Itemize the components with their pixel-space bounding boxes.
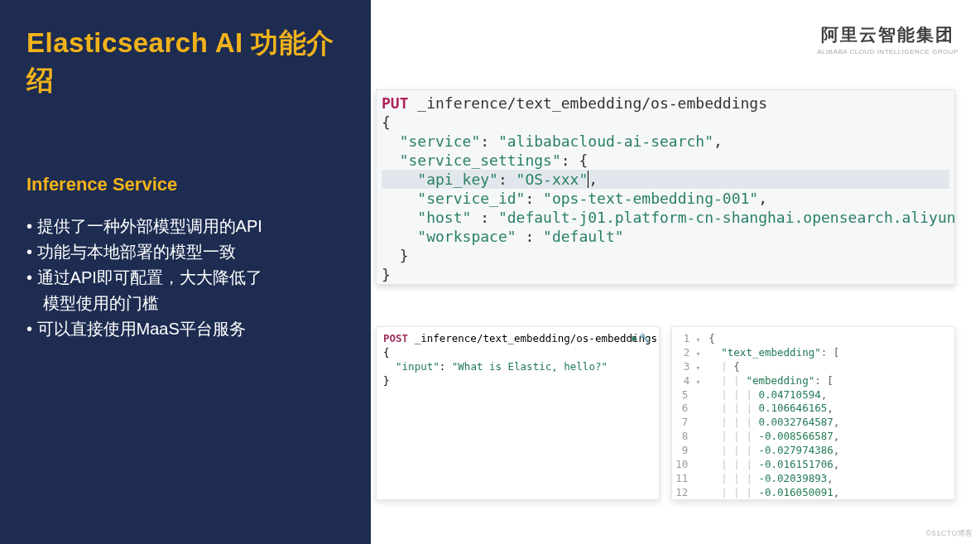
json-key: "embedding": [746, 374, 814, 387]
http-method-post: POST: [383, 332, 408, 344]
http-method-put: PUT: [382, 94, 409, 112]
brand-logo: 阿里云智能集团 ALIBABA CLOUD INTELLIGENCE GROUP: [817, 23, 958, 55]
settings-icon[interactable]: 🔧: [639, 333, 651, 345]
line-gutter: 1 ▾2 ▾3 ▾4 ▾5 6 7 8 9 10 11 12 13: [675, 332, 709, 494]
http-path: _inference/text_embedding/os-embeddings: [408, 332, 657, 344]
bullet-list: 提供了一种外部模型调用的API 功能与本地部署的模型一致 通过API即可配置，大…: [26, 214, 351, 342]
watermark: ©51CTO博客: [926, 528, 973, 539]
json-number: -0.016151706: [758, 458, 833, 470]
bullet-item-cont: 模型使用的门槛: [26, 291, 351, 316]
bullet-item: 提供了一种外部模型调用的API: [26, 214, 351, 239]
json-number: 0.106646165: [758, 402, 827, 414]
json-number: -0.027974386: [758, 444, 833, 456]
json-key: "service_settings": [400, 152, 561, 169]
bullet-item: 可以直接使用MaaS平台服务: [26, 316, 351, 342]
code-block-put-inference: PUT _inference/text_embedding/os-embeddi…: [376, 89, 955, 285]
json-string: "ops-text-embedding-001": [543, 190, 758, 207]
logo-text-cn: 阿里云智能集团: [817, 23, 958, 46]
bullet-item: 通过API即可配置，大大降低了: [26, 265, 351, 291]
json-number: 0.0032764587: [758, 416, 833, 428]
json-key: "service_id": [417, 190, 525, 207]
json-number: -0.02039893: [758, 472, 827, 484]
json-number: -0.008566587: [758, 430, 833, 442]
bullet-item: 功能与本地部署的模型一致: [26, 239, 351, 265]
code-block-response: 1 ▾2 ▾3 ▾4 ▾5 6 7 8 9 10 11 12 13 { "tex…: [671, 326, 955, 500]
code-block-post-inference: POST _inference/text_embedding/os-embedd…: [376, 326, 660, 500]
json-number: 0.04710594: [758, 388, 820, 401]
json-string: "OS-xxx": [516, 171, 588, 188]
json-key: "input": [396, 360, 440, 373]
json-string: "What is Elastic, hello?": [452, 360, 608, 373]
http-path: _inference/text_embedding/os-embeddings: [409, 94, 767, 112]
json-key: "api_key": [417, 171, 498, 188]
play-icon[interactable]: ▶: [632, 333, 638, 345]
logo-text-en: ALIBABA CLOUD INTELLIGENCE GROUP: [817, 48, 958, 55]
section-heading: Inference Service: [26, 174, 351, 195]
json-string: "default-j01.platform-cn-shanghai.opense…: [498, 209, 955, 226]
json-string: "alibabacloud-ai-search": [498, 132, 713, 150]
json-key: "host": [417, 209, 471, 226]
slide-title: Elasticsearch AI 功能介绍: [26, 25, 351, 99]
json-key: "text_embedding": [721, 346, 820, 359]
json-key: "service": [400, 132, 481, 150]
json-key: "workspace": [417, 228, 516, 245]
json-string: "default": [543, 228, 624, 245]
json-number: -0.016050091: [758, 486, 833, 498]
json-number: 0.005828926: [758, 500, 827, 501]
